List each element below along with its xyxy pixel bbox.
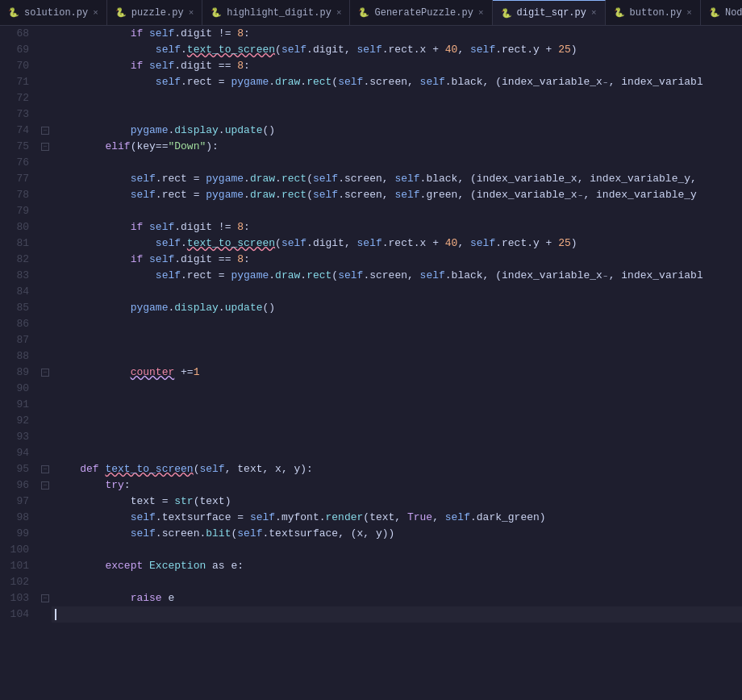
tab-highlight_digit-py[interactable]: 🐍highlight_digit.py× xyxy=(202,0,350,26)
line-content[interactable]: pygame.display.update() xyxy=(52,300,742,316)
line-content[interactable] xyxy=(52,155,742,171)
token: . xyxy=(275,173,281,185)
token: .textsurface, (x, y)) xyxy=(263,527,395,540)
fold-column xyxy=(39,574,52,590)
line-content[interactable]: def text_to_screen(self, text, x, y): xyxy=(52,461,742,477)
token: : xyxy=(244,27,250,40)
line-number: 68 xyxy=(0,26,39,42)
line-content[interactable]: if self.digit == 8: xyxy=(52,252,742,268)
token: self xyxy=(445,511,470,523)
token: render xyxy=(326,511,364,523)
tab-close-icon[interactable]: × xyxy=(686,8,692,18)
fold-column xyxy=(39,526,52,542)
token: .digit, xyxy=(306,237,356,249)
fold-column xyxy=(39,316,52,332)
line-content[interactable]: self.rect = pygame.draw.rect(self.screen… xyxy=(52,187,742,203)
fold-column xyxy=(39,300,52,316)
line-content[interactable]: raise e xyxy=(52,590,742,606)
token: : xyxy=(124,479,131,491)
line-content[interactable]: if self.digit != 8: xyxy=(52,26,742,42)
code-area[interactable]: 68 if self.digit != 8:69 self.text_to_sc… xyxy=(0,26,742,700)
token: self xyxy=(131,511,156,523)
line-content[interactable]: pygame.display.update() xyxy=(52,123,742,139)
line-content[interactable] xyxy=(52,203,742,219)
table-row: 99 self.screen.blit(self.textsurface, (x… xyxy=(0,526,742,542)
tab-solution-py[interactable]: 🐍solution.py× xyxy=(0,0,107,26)
token: self xyxy=(357,237,382,249)
editor-area: 68 if self.digit != 8:69 self.text_to_sc… xyxy=(0,26,742,700)
line-content[interactable]: counter +=1 xyxy=(52,365,742,381)
token: 1 xyxy=(194,366,200,378)
line-content[interactable]: self.rect = pygame.draw.rect(self.screen… xyxy=(52,74,742,90)
tab-close-icon[interactable]: × xyxy=(336,8,342,18)
table-row: 77 self.rect = pygame.draw.rect(self.scr… xyxy=(0,171,742,187)
line-content[interactable]: elif(key=="Down"): xyxy=(52,139,742,155)
line-content[interactable] xyxy=(52,542,742,558)
line-content[interactable]: try: xyxy=(52,477,742,494)
line-content[interactable] xyxy=(52,397,742,413)
tab-close-icon[interactable]: × xyxy=(93,8,98,18)
line-content[interactable] xyxy=(52,348,742,365)
line-number: 71 xyxy=(0,74,39,90)
line-content[interactable]: if self.digit != 8: xyxy=(52,219,742,235)
tab-puzzle-py[interactable]: 🐍puzzle.py× xyxy=(107,0,202,26)
line-content[interactable]: self.rect = pygame.draw.rect(self.screen… xyxy=(52,268,742,284)
line-content[interactable] xyxy=(52,332,742,348)
fold-column xyxy=(39,252,52,268)
line-content[interactable] xyxy=(52,381,742,397)
line-content[interactable] xyxy=(52,316,742,332)
table-row: 69 self.text_to_screen(self.digit, self.… xyxy=(0,42,742,58)
line-content[interactable] xyxy=(52,574,742,590)
fold-column xyxy=(39,155,52,171)
tab-label: solution.py xyxy=(24,7,88,19)
line-content[interactable] xyxy=(52,606,742,623)
fold-icon[interactable]: − xyxy=(41,594,49,602)
line-content[interactable] xyxy=(52,413,742,429)
line-content[interactable]: self.screen.blit(self.textsurface, (x, y… xyxy=(52,526,742,542)
table-row: 94 xyxy=(0,445,742,461)
line-number: 83 xyxy=(0,268,39,284)
token: 8 xyxy=(237,27,244,40)
python-file-icon: 🐍 xyxy=(709,7,720,18)
line-content[interactable]: except Exception as e: xyxy=(52,558,742,574)
token: rect xyxy=(281,189,306,201)
line-content[interactable] xyxy=(52,90,742,106)
fold-icon[interactable]: − xyxy=(41,127,49,135)
table-row: 102 xyxy=(0,574,742,590)
tab-close-icon[interactable]: × xyxy=(478,8,484,18)
line-content[interactable]: self.text_to_screen(self.digit, self.rec… xyxy=(52,42,742,58)
token: pygame xyxy=(131,124,169,136)
token: .screen, xyxy=(338,173,394,185)
fold-column: − xyxy=(39,139,52,155)
token: text = xyxy=(131,495,175,507)
line-content[interactable]: self.text_to_screen(self.digit, self.rec… xyxy=(52,235,742,252)
tab-close-icon[interactable]: × xyxy=(189,8,194,18)
line-content[interactable] xyxy=(52,429,742,445)
fold-icon[interactable]: − xyxy=(41,369,49,377)
tab-close-icon[interactable]: × xyxy=(591,8,597,18)
line-content[interactable] xyxy=(52,106,742,123)
line-content[interactable] xyxy=(52,284,742,300)
fold-icon[interactable]: − xyxy=(41,143,49,151)
tab-label: Node.py xyxy=(725,7,742,19)
tab-GeneratePuzzle-py[interactable]: 🐍GeneratePuzzle.py× xyxy=(350,0,492,26)
tab-Node-py[interactable]: 🐍Node.py× xyxy=(701,0,742,26)
table-row: 81 self.text_to_screen(self.digit, self.… xyxy=(0,235,742,252)
fold-icon[interactable]: − xyxy=(41,465,49,473)
line-content[interactable]: text = str(text) xyxy=(52,494,742,510)
token: if xyxy=(131,221,144,233)
fold-column xyxy=(39,606,52,623)
line-content[interactable]: if self.digit == 8: xyxy=(52,58,742,74)
line-content[interactable]: self.rect = pygame.draw.rect(self.screen… xyxy=(52,171,742,187)
fold-icon[interactable]: − xyxy=(41,481,49,490)
tab-digit_sqr-py[interactable]: 🐍digit_sqr.py× xyxy=(493,0,606,26)
line-content[interactable]: self.textsurface = self.myfont.render(te… xyxy=(52,510,742,526)
fold-column xyxy=(39,187,52,203)
token: self xyxy=(313,189,338,201)
tab-button-py[interactable]: 🐍button.py× xyxy=(606,0,701,26)
fold-column xyxy=(39,26,52,42)
token: , xyxy=(457,237,470,249)
token: . xyxy=(181,237,187,249)
line-content[interactable] xyxy=(52,445,742,461)
table-row: 80 if self.digit != 8: xyxy=(0,219,742,235)
